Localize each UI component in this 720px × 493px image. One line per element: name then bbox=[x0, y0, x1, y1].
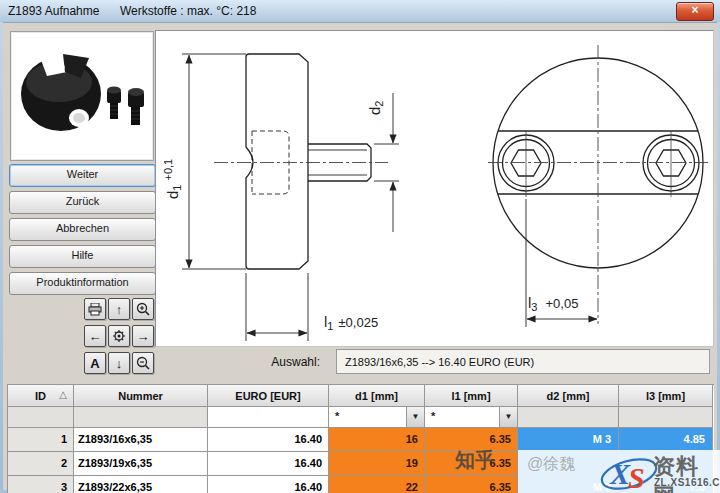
screw-small bbox=[107, 87, 121, 120]
auswahl-label: Auswahl: bbox=[240, 355, 320, 369]
column-header-nummer[interactable]: Nummer bbox=[74, 385, 208, 407]
svg-text:S: S bbox=[628, 461, 645, 493]
l1-filter-combobox[interactable]: * ▼ bbox=[425, 407, 517, 427]
technical-drawing-panel: d1+0,1 d2 l1±0,025 bbox=[155, 30, 714, 347]
zoom-out-button[interactable] bbox=[132, 352, 154, 374]
pan-down-button[interactable]: ↓ bbox=[108, 352, 130, 374]
svg-text:l3+0,05: l3+0,05 bbox=[528, 294, 578, 313]
table-filter-row: * ▼ * ▼ bbox=[8, 407, 714, 428]
arrow-down-icon: ↓ bbox=[116, 356, 123, 371]
l3-tolerance: +0,05 bbox=[545, 296, 578, 311]
d1-filter-combobox[interactable]: * ▼ bbox=[329, 407, 424, 427]
filter-cell-l1: * ▼ bbox=[425, 407, 518, 428]
pan-right-button[interactable]: → bbox=[132, 325, 154, 347]
zoom-out-icon bbox=[136, 356, 150, 370]
material-info: Werkstoffe : max. °C: 218 bbox=[120, 4, 256, 18]
svg-text:d1+0,1: d1+0,1 bbox=[162, 159, 183, 199]
hilfe-button[interactable]: Hilfe bbox=[9, 245, 156, 268]
filter-cell-id bbox=[8, 407, 74, 428]
filter-cell-d2 bbox=[518, 407, 619, 428]
xs-logo: X S bbox=[598, 448, 660, 493]
weiter-button[interactable]: Weiter bbox=[9, 164, 156, 187]
l1-filter-dropdown-icon[interactable]: ▼ bbox=[499, 407, 517, 427]
svg-text:l1±0,025: l1±0,025 bbox=[324, 313, 378, 332]
dialog-z1893-aufnahme: Z1893 Aufnahme Werkstoffe : max. °C: 218… bbox=[0, 0, 720, 493]
d1-tolerance: +0,1 bbox=[162, 159, 174, 181]
zoom-in-button[interactable] bbox=[132, 298, 154, 320]
column-header-d1[interactable]: d1 [mm] bbox=[329, 385, 425, 407]
pan-left-button[interactable]: ← bbox=[84, 325, 106, 347]
sort-ascending-icon: △ bbox=[59, 389, 67, 400]
product-photo bbox=[10, 31, 154, 161]
close-icon: × bbox=[691, 3, 698, 17]
arrow-left-icon: ← bbox=[89, 329, 102, 344]
zoom-in-icon bbox=[136, 302, 150, 316]
d1-label: d bbox=[164, 191, 181, 199]
printer-icon bbox=[88, 303, 102, 316]
zhihu-watermark: 知乎 bbox=[455, 447, 495, 474]
fit-text-icon: A bbox=[90, 356, 99, 371]
zurueck-button[interactable]: Zurück bbox=[9, 191, 156, 214]
settings-button[interactable] bbox=[108, 325, 130, 347]
column-header-d2[interactable]: d2 [mm] bbox=[518, 385, 619, 407]
l1-tolerance: ±0,025 bbox=[338, 315, 378, 330]
filter-cell-euro bbox=[208, 407, 329, 428]
screw-large bbox=[128, 88, 144, 125]
produktinformation-button[interactable]: Produktinformation bbox=[9, 272, 156, 295]
column-header-l3[interactable]: l3 [mm] bbox=[619, 385, 713, 407]
title-bar: Z1893 Aufnahme Werkstoffe : max. °C: 218… bbox=[0, 0, 720, 23]
table-header-row: ID △ Nummer EURO [EUR] d1 [mm] l1 [mm] d… bbox=[8, 385, 714, 407]
filter-cell-l3 bbox=[619, 407, 713, 428]
column-header-l1[interactable]: l1 [mm] bbox=[425, 385, 518, 407]
abbrechen-button[interactable]: Abbrechen bbox=[9, 218, 156, 241]
auswahl-value: Z1893/16x6,35 --> 16.40 EURO (EUR) bbox=[336, 349, 710, 374]
svg-text:d2: d2 bbox=[366, 101, 385, 115]
xs-logo-icon: X S bbox=[598, 448, 660, 493]
arrow-right-icon: → bbox=[137, 329, 150, 344]
fit-view-button[interactable]: A bbox=[84, 352, 106, 374]
filter-cell-nummer bbox=[74, 407, 208, 428]
column-header-euro[interactable]: EURO [EUR] bbox=[208, 385, 329, 407]
watermark-site-url: ZL.XS1616.COM bbox=[654, 477, 720, 488]
pan-up-button[interactable]: ↑ bbox=[108, 298, 130, 320]
close-button[interactable]: × bbox=[676, 2, 714, 21]
gear-icon bbox=[112, 329, 126, 343]
d1-filter-dropdown-icon[interactable]: ▼ bbox=[406, 407, 424, 427]
filter-cell-d1: * ▼ bbox=[329, 407, 425, 428]
print-button[interactable] bbox=[84, 298, 106, 320]
column-header-id[interactable]: ID △ bbox=[8, 385, 74, 407]
watermark-author-handle: @徐魏 bbox=[527, 454, 575, 475]
technical-drawing: d1+0,1 d2 l1±0,025 bbox=[156, 31, 711, 344]
product-photo-image bbox=[11, 32, 151, 158]
view-toolbar: ↑ ← → A ↓ bbox=[84, 298, 156, 374]
window-border-left bbox=[0, 22, 3, 493]
window-title: Z1893 Aufnahme bbox=[8, 4, 99, 18]
d2-label: d bbox=[366, 107, 383, 115]
arrow-up-icon: ↑ bbox=[116, 302, 123, 317]
